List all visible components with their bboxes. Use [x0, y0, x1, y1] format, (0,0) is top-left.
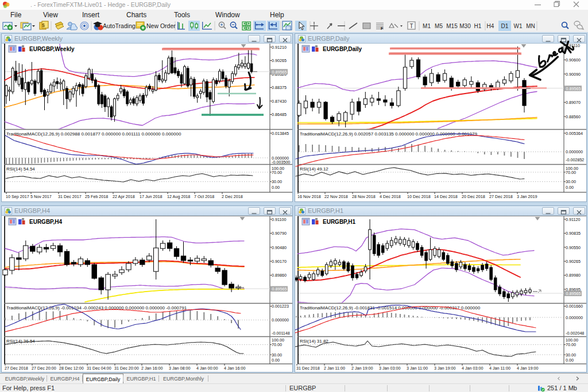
- svg-text:0.86485: 0.86485: [272, 112, 287, 117]
- svg-text:$: $: [42, 22, 45, 28]
- svg-text:2 Dec 2018: 2 Dec 2018: [222, 194, 243, 199]
- svg-text:0.001660: 0.001660: [566, 304, 583, 309]
- svg-text:-0.001148: -0.001148: [272, 331, 290, 336]
- svg-text:RSI(14) 36.54: RSI(14) 36.54: [6, 339, 35, 344]
- svg-text:0.00: 0.00: [566, 185, 574, 190]
- svg-text:0.90550: 0.90550: [566, 245, 581, 250]
- svg-text:H4: H4: [487, 23, 494, 29]
- svg-text:2 Jan 19:00: 2 Jan 19:00: [351, 366, 373, 371]
- svg-text:0.000000: 0.000000: [566, 315, 583, 320]
- svg-text:70.00: 70.00: [566, 170, 576, 175]
- svg-text:3 Jan 19:00: 3 Jan 19:00: [434, 366, 456, 371]
- svg-text:0.91210: 0.91210: [272, 45, 287, 50]
- svg-text:12 Aug 2018: 12 Aug 2018: [167, 194, 190, 199]
- svg-text:0.000000: 0.000000: [272, 317, 289, 323]
- svg-text:7 Oct 2018: 7 Oct 2018: [194, 194, 214, 199]
- svg-text:2 Jan 11:00: 2 Jan 11:00: [324, 366, 345, 371]
- svg-text:-0.002048: -0.002048: [566, 331, 584, 336]
- svg-text:New Order: New Order: [146, 22, 176, 29]
- svg-text:0.00: 0.00: [566, 358, 574, 363]
- svg-text:28 Dec 12:00: 28 Dec 12:00: [59, 366, 84, 371]
- svg-text:25 Feb 2018: 25 Feb 2018: [85, 194, 108, 199]
- svg-text:EURGBP,Daily: EURGBP,Daily: [323, 46, 362, 52]
- svg-text:27 Dec 2018: 27 Dec 2018: [5, 366, 28, 371]
- svg-text:31 Dec 2017: 31 Dec 2017: [58, 194, 82, 199]
- svg-text:30.00: 30.00: [566, 179, 576, 184]
- svg-text:22 Nov 2018: 22 Nov 2018: [324, 194, 348, 199]
- svg-text:4 Dec 2018: 4 Dec 2018: [380, 194, 401, 199]
- svg-text:70.00: 70.00: [272, 170, 282, 175]
- svg-text:0.00: 0.00: [272, 358, 280, 363]
- svg-text:4 Jan 00:00: 4 Jan 00:00: [196, 366, 218, 371]
- svg-text:30.00: 30.00: [272, 352, 282, 358]
- svg-text:EURGBP,H4: EURGBP,H4: [29, 219, 62, 225]
- svg-text:0.013845: 0.013845: [272, 131, 289, 136]
- svg-text:AutoTrading: AutoTrading: [103, 22, 136, 29]
- svg-text:3 Jan 11:00: 3 Jan 11:00: [407, 366, 428, 371]
- svg-text:0.90170: 0.90170: [272, 259, 287, 264]
- svg-text:2 Jan 16:00: 2 Jan 16:00: [141, 366, 163, 371]
- svg-text:EURGBP,Weekly: EURGBP,Weekly: [29, 46, 75, 52]
- svg-text:4 Jan 19:00: 4 Jan 19:00: [517, 366, 539, 371]
- svg-text:W1: W1: [514, 23, 523, 29]
- svg-text:28 Nov 2018: 28 Nov 2018: [352, 194, 376, 199]
- svg-text:31 Dec 2018: 31 Dec 2018: [296, 366, 320, 371]
- svg-text:EURGBP,H1: EURGBP,H1: [323, 219, 355, 225]
- svg-text:0.89980: 0.89980: [566, 273, 581, 278]
- svg-text:RSI(14) 54.54: RSI(14) 54.54: [6, 166, 35, 172]
- svg-text:20 Dec 2018: 20 Dec 2018: [462, 194, 485, 199]
- svg-text:H1: H1: [474, 23, 482, 29]
- svg-text:TraditionalMACD(12,26,9) 0.002: TraditionalMACD(12,26,9) 0.002988 0.0018…: [6, 131, 181, 137]
- svg-text:30.00: 30.00: [566, 352, 576, 358]
- svg-text:M5: M5: [435, 23, 443, 29]
- svg-text:0.87430: 0.87430: [272, 99, 287, 104]
- svg-text:0.91100: 0.91100: [272, 217, 286, 222]
- svg-text:MN: MN: [526, 23, 535, 29]
- svg-text:5 Nov 2017: 5 Nov 2017: [30, 194, 52, 199]
- svg-text:0.90265: 0.90265: [272, 58, 287, 63]
- svg-text:3 Jan 08:00: 3 Jan 08:00: [169, 366, 191, 371]
- svg-text:D1: D1: [501, 23, 509, 29]
- svg-text:22 Apr 2018: 22 Apr 2018: [113, 194, 135, 199]
- svg-text:-0.003500: -0.003500: [272, 160, 290, 165]
- svg-text:0.89565: 0.89565: [272, 69, 287, 75]
- svg-text:0.90835: 0.90835: [566, 231, 581, 236]
- svg-text:0.90265: 0.90265: [566, 259, 581, 264]
- svg-text:27 Dec 2018: 27 Dec 2018: [489, 194, 513, 199]
- svg-text:-0.002852: -0.002852: [566, 157, 584, 162]
- svg-text:4 Jan 16:00: 4 Jan 16:00: [224, 366, 246, 371]
- svg-text:RSI(14) 49.12: RSI(14) 49.12: [300, 166, 328, 172]
- svg-text:31 Dec 04:00: 31 Dec 04:00: [87, 366, 111, 371]
- svg-text:M1: M1: [423, 23, 431, 29]
- svg-text:RSI(14) 31.82: RSI(14) 31.82: [300, 339, 328, 344]
- svg-text:0.88560: 0.88560: [566, 114, 581, 119]
- svg-text:3 Jan 03:00: 3 Jan 03:00: [379, 366, 401, 371]
- svg-text:0.005364: 0.005364: [566, 131, 583, 136]
- svg-text:14 Dec 2018: 14 Dec 2018: [434, 194, 458, 199]
- svg-text:0.89070: 0.89070: [566, 100, 581, 105]
- svg-text:3 Jan 2019: 3 Jan 2019: [517, 194, 537, 199]
- svg-text:4 Jan 11:00: 4 Jan 11:00: [489, 366, 510, 371]
- svg-text:0.000000: 0.000000: [566, 149, 583, 154]
- svg-text:0.90790: 0.90790: [272, 231, 287, 236]
- svg-text:0.89565: 0.89565: [566, 291, 581, 296]
- svg-text:T: T: [409, 23, 413, 29]
- svg-text:30.00: 30.00: [272, 179, 282, 184]
- svg-text:17 Jun 2018: 17 Jun 2018: [140, 194, 163, 199]
- svg-text:16 Nov 2018: 16 Nov 2018: [297, 194, 321, 199]
- svg-text:0.89565: 0.89565: [272, 286, 287, 292]
- svg-text:0.90480: 0.90480: [272, 245, 287, 250]
- svg-text:F: F: [381, 26, 384, 30]
- svg-text:10 Sep 2017: 10 Sep 2017: [6, 194, 29, 199]
- svg-text:10 Dec 2018: 10 Dec 2018: [407, 194, 431, 199]
- svg-text:27 Dec 20:00: 27 Dec 20:00: [32, 366, 56, 371]
- svg-text:0.88375: 0.88375: [272, 85, 287, 90]
- svg-text:4 Jan 03:00: 4 Jan 03:00: [462, 366, 483, 371]
- svg-text:0.001223: 0.001223: [272, 304, 289, 309]
- svg-text:0.00: 0.00: [272, 185, 280, 190]
- svg-text:0.89860: 0.89860: [272, 273, 287, 278]
- svg-text:31 Dec 20:00: 31 Dec 20:00: [114, 366, 139, 371]
- svg-text:M30: M30: [459, 23, 471, 29]
- svg-text:70.00: 70.00: [566, 342, 576, 347]
- svg-text:TraditionalMACD(12,26,9) -0.00: TraditionalMACD(12,26,9) -0.001034 -0.00…: [6, 305, 187, 311]
